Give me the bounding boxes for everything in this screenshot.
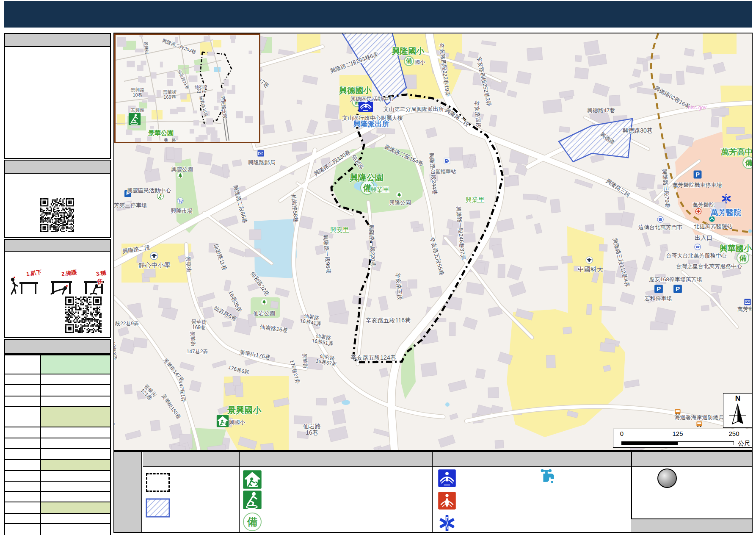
- sidebar-panel1-body: [4, 47, 111, 159]
- compass-needle: [723, 403, 752, 427]
- pictogram-label: 1.趴下: [26, 269, 42, 278]
- table-row: [5, 374, 110, 384]
- svg-text:P: P: [657, 285, 661, 292]
- police-icon: [358, 97, 373, 114]
- table-cell-value: [41, 385, 110, 396]
- bei-icon: 備: [404, 56, 414, 66]
- post-icon: [744, 299, 751, 307]
- ems-icon: [721, 194, 731, 205]
- house-evac-icon: [216, 415, 229, 429]
- runner-sq-icon: [128, 113, 141, 127]
- scale-tick-250: 250: [728, 430, 739, 437]
- table-cell-value: [41, 524, 110, 535]
- table-row: [5, 355, 110, 374]
- table-cell-value: [41, 492, 110, 502]
- svg-text:☎: ☎: [695, 245, 700, 249]
- school-icon: [585, 256, 593, 266]
- table-row: [5, 523, 110, 535]
- table-cell-value: [41, 502, 110, 513]
- qr-code: [65, 297, 102, 333]
- table-row: [5, 459, 110, 470]
- tree-icon: [177, 172, 184, 180]
- bus-icon: [696, 421, 703, 430]
- svg-text:☎: ☎: [658, 218, 662, 222]
- legend-symbol-boundary-dashed: [146, 473, 170, 492]
- legend-symbol-hatched-area: [146, 498, 170, 519]
- sidebar-panel2-body: [4, 174, 111, 238]
- fuel-icon: [444, 158, 450, 166]
- scale-tick-0: 0: [620, 430, 624, 437]
- table-cell-label: [5, 460, 41, 470]
- cart-icon: [177, 197, 184, 206]
- pictogram-figure: [45, 276, 75, 297]
- table-row: [5, 491, 110, 502]
- pictogram-figure: [9, 276, 40, 297]
- redcross-icon: [695, 208, 702, 216]
- table-cell-label: [5, 502, 41, 513]
- scale-bar: 0 125 250 公尺: [613, 429, 753, 448]
- table-row: [5, 396, 110, 406]
- post-icon: [257, 150, 264, 158]
- table-cell-label: [5, 514, 41, 523]
- title-bar: [4, 1, 752, 28]
- legend-side-strip: [114, 452, 142, 532]
- inset-overview-map: 興隆路二段203巷景興街景興路 10巷景華街 169巷仙岩路11巷仙岩路 22巷…: [114, 33, 260, 143]
- tree-icon: [261, 299, 268, 307]
- dot-icon: [748, 227, 752, 235]
- table-row: [5, 384, 110, 396]
- table-cell-value: [41, 427, 110, 438]
- table-cell-label: [5, 482, 41, 491]
- table-cell-label: [5, 524, 41, 535]
- mrt-icon: [709, 216, 715, 224]
- table-cell-label: [5, 449, 41, 459]
- svg-text:P: P: [695, 171, 700, 178]
- table-cell-label: [5, 374, 41, 384]
- legend-col4-header: [631, 452, 752, 467]
- bus-icon: [674, 408, 682, 417]
- table-row: [5, 513, 110, 523]
- legend-color-table: [4, 354, 111, 535]
- sidebar-panel4-header: [4, 339, 111, 354]
- table-row: [5, 448, 110, 459]
- scale-bar-rule: [621, 441, 734, 445]
- phone-icon: ☎: [694, 244, 701, 252]
- runner-circ-icon: [157, 193, 164, 202]
- svg-text:P: P: [676, 285, 680, 292]
- table-cell-value: [41, 396, 110, 406]
- scale-unit: 公尺: [738, 440, 750, 448]
- table-cell-label: [5, 385, 41, 396]
- legend-col4-footer: [631, 518, 752, 532]
- legend-col3-header: [432, 452, 631, 467]
- compass-rose: N: [723, 393, 753, 428]
- legend-symbol-fire: [438, 491, 456, 512]
- legend-symbol-police: [438, 469, 456, 489]
- pictogram-label: 3.穩住: [96, 269, 111, 286]
- p-icon: P: [693, 170, 702, 180]
- table-row: [5, 481, 110, 491]
- bei-icon: 備: [737, 252, 749, 264]
- qr-code: [40, 198, 74, 232]
- scale-tick-125: 125: [672, 430, 683, 437]
- bei-icon: 備: [360, 180, 375, 195]
- table-cell-value: [41, 355, 110, 374]
- table-cell-value: [41, 449, 110, 459]
- legend-symbol-runner-sq: [243, 490, 262, 511]
- p-icon: P: [124, 190, 132, 199]
- table-row: [5, 406, 110, 427]
- legend-col1-header: [143, 452, 239, 467]
- table-cell-label: [5, 407, 41, 427]
- table-cell-value: [41, 438, 110, 448]
- legend-symbol-tap: [537, 468, 559, 487]
- table-cell-value: [41, 460, 110, 470]
- inset-rail: [221, 97, 229, 141]
- sidebar-panel2-header: [4, 160, 111, 174]
- p-icon: P: [673, 285, 682, 295]
- table-cell-value: [41, 471, 110, 481]
- table-cell-value: [41, 482, 110, 491]
- table-cell-label: [5, 355, 41, 374]
- legend-symbol-sphere: [657, 468, 677, 488]
- legend-symbol-bei: 備: [243, 513, 262, 531]
- svg-text:P: P: [126, 191, 130, 197]
- phone-icon: ☎: [657, 216, 664, 225]
- table-row: [5, 470, 110, 481]
